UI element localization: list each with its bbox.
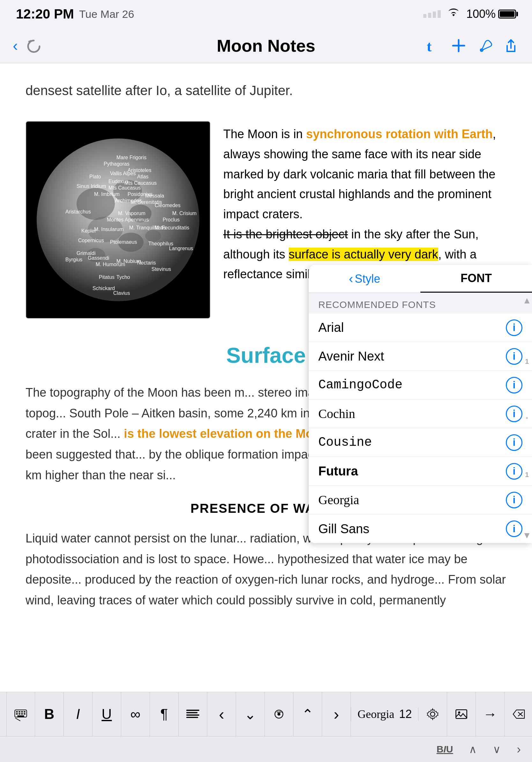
font-info-arial[interactable]: i [506, 319, 522, 336]
svg-rect-57 [19, 711, 20, 713]
svg-point-70 [278, 713, 280, 716]
status-time: 12:20 PM [16, 6, 74, 22]
font-name-arial: Arial [318, 320, 344, 335]
font-panel-scrollbar[interactable]: ▲ 1 1 ▼ [526, 293, 528, 543]
svg-text:Copernicus: Copernicus [78, 238, 104, 243]
moon-image: Mare Frigoris Pythagoras Plato Aristotel… [26, 121, 211, 319]
image-button[interactable] [447, 692, 476, 736]
svg-text:M. Insularum: M. Insularum [94, 227, 123, 232]
row2-up-button[interactable]: ∧ [464, 743, 482, 756]
status-right: 100% [423, 7, 516, 21]
font-list-item[interactable]: CamingoCode i [309, 371, 532, 400]
underline-button[interactable]: U [93, 692, 121, 736]
nav-right-button[interactable]: › [322, 692, 351, 736]
font-list-item[interactable]: Arial i [309, 313, 532, 342]
link-button[interactable]: ∞ [121, 692, 150, 736]
font-list-item[interactable]: Georgia i [309, 486, 532, 514]
svg-rect-64 [17, 716, 24, 717]
font-section-header: RECOMMENDED FONTS [309, 293, 532, 313]
align-button[interactable] [179, 692, 207, 736]
settings-wrench-icon[interactable] [477, 37, 493, 54]
nav-prev-button[interactable]: ‹ [207, 692, 236, 736]
font-name-camingo: CamingoCode [318, 378, 403, 392]
font-list-item[interactable]: Avenir Next i [309, 342, 532, 371]
paragraph-button[interactable]: ¶ [150, 692, 179, 736]
lowest-elevation-text: is the lowest elevation on the Moon [120, 427, 328, 440]
font-name-gillsans: Gill Sans [318, 522, 369, 536]
svg-text:Plato: Plato [89, 174, 101, 179]
font-list-item[interactable]: Gill Sans i [309, 514, 532, 543]
svg-rect-58 [21, 711, 23, 713]
scroll-up-arrow[interactable]: ▲ [522, 295, 531, 306]
scroll-num-2: 1 [525, 471, 529, 479]
scroll-num-1: 1 [525, 357, 529, 366]
svg-rect-61 [19, 714, 20, 715]
italic-button[interactable]: I [64, 692, 93, 736]
svg-text:M. Tranquillitatis: M. Tranquillitatis [129, 225, 166, 230]
svg-text:Tycho: Tycho [116, 274, 130, 280]
font-list-item[interactable]: Futura i [309, 457, 532, 486]
svg-text:Schickard: Schickard [93, 286, 115, 291]
svg-text:t: t [427, 38, 432, 54]
svg-text:Pitatus: Pitatus [99, 274, 114, 280]
settings-gear-icon [426, 707, 439, 722]
font-info-cousine[interactable]: i [506, 434, 522, 451]
audio-button[interactable]: ◀◀ ▶▶ [265, 692, 294, 736]
font-tab[interactable]: FONT [420, 265, 532, 293]
font-settings-button[interactable] [419, 692, 447, 736]
bottom-toolbar: B I U ∞ ¶ ‹ ⌄ [0, 692, 532, 762]
battery-icon [498, 10, 516, 19]
nav-down-button[interactable]: ⌄ [236, 692, 265, 736]
intro-paragraph: densest satellite after Io, a satellite … [26, 79, 506, 102]
font-info-georgia[interactable]: i [506, 492, 522, 508]
biu-button[interactable]: BIU [432, 744, 458, 755]
bold-button[interactable]: B [35, 692, 64, 736]
back-button[interactable]: ‹ [13, 38, 18, 53]
svg-rect-59 [24, 711, 25, 713]
undo-button[interactable] [24, 36, 43, 55]
status-bar: 12:20 PM Tue Mar 26 100% [0, 0, 532, 28]
svg-text:M. Imbrium: M. Imbrium [94, 191, 120, 197]
delete-icon [512, 707, 525, 721]
toolbar-row-1: B I U ∞ ¶ ‹ ⌄ [0, 692, 532, 736]
svg-text:Stevinus: Stevinus [152, 267, 171, 272]
svg-rect-60 [16, 714, 18, 715]
font-info-cochin[interactable]: i [506, 406, 522, 422]
svg-text:Atlas: Atlas [137, 174, 149, 179]
tumblr-icon[interactable]: t [424, 37, 441, 54]
row2-right-button[interactable]: › [512, 742, 526, 756]
nav-up-button[interactable]: ⌃ [294, 692, 322, 736]
add-icon[interactable] [450, 37, 467, 54]
keyboard-toggle-button[interactable] [6, 692, 35, 736]
scroll-down-arrow[interactable]: ▼ [522, 530, 531, 541]
row2-down-button[interactable]: ∨ [488, 743, 505, 756]
svg-text:Mare Frigoris: Mare Frigoris [116, 155, 146, 160]
font-info-avenir[interactable]: i [506, 348, 522, 365]
svg-text:Sinus Iridium: Sinus Iridium [77, 184, 106, 189]
svg-text:Mts Caucasus: Mts Caucasus [124, 180, 157, 186]
share-icon[interactable] [503, 37, 519, 54]
font-list-item[interactable]: Cousine i [309, 428, 532, 457]
font-info-gillsans[interactable]: i [506, 520, 522, 537]
svg-text:Pythagoras: Pythagoras [104, 161, 129, 167]
moon-description: The Moon is in synchronous rotation with… [223, 121, 506, 284]
back-chevron-icon: ‹ [349, 271, 353, 286]
page-title: Moon Notes [217, 36, 315, 55]
svg-text:Proclus: Proclus [163, 217, 179, 222]
current-font-size: 12 [399, 708, 412, 721]
scroll-divider [526, 417, 528, 419]
status-date: Tue Mar 26 [79, 8, 134, 21]
battery-percent: 100% [466, 7, 496, 21]
style-tab[interactable]: ‹ Style [309, 265, 420, 293]
svg-text:Montes Apenninus: Montes Apenninus [107, 217, 149, 222]
font-list-item[interactable]: Cochin i [309, 400, 532, 428]
toolbar-row-2: BIU ∧ ∨ › [0, 736, 532, 762]
svg-text:Nectaris: Nectaris [137, 260, 156, 266]
svg-point-75 [458, 712, 461, 714]
font-tab-label: FONT [461, 271, 492, 285]
delete-button[interactable] [504, 692, 532, 736]
font-name-avenir: Avenir Next [318, 349, 384, 363]
font-info-camingo[interactable]: i [506, 377, 522, 393]
font-info-futura[interactable]: i [506, 463, 522, 480]
insert-right-button[interactable]: → [476, 692, 504, 736]
